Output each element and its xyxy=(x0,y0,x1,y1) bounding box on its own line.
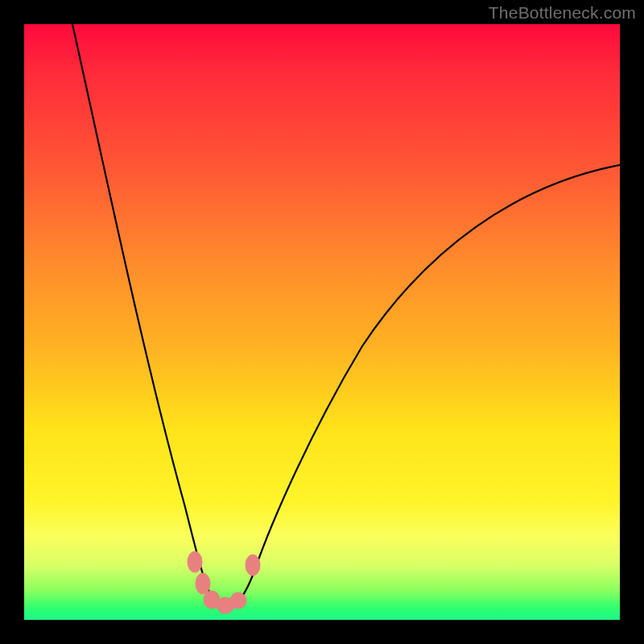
plot-area xyxy=(24,24,620,620)
marker-dot xyxy=(246,555,260,576)
marker-dot xyxy=(196,573,210,594)
marker-dot xyxy=(230,592,246,609)
bottleneck-curve xyxy=(72,24,620,607)
marker-dot xyxy=(188,551,202,572)
chart-frame: TheBottleneck.com xyxy=(0,0,644,644)
curve-svg xyxy=(24,24,620,620)
watermark-label: TheBottleneck.com xyxy=(489,3,636,23)
